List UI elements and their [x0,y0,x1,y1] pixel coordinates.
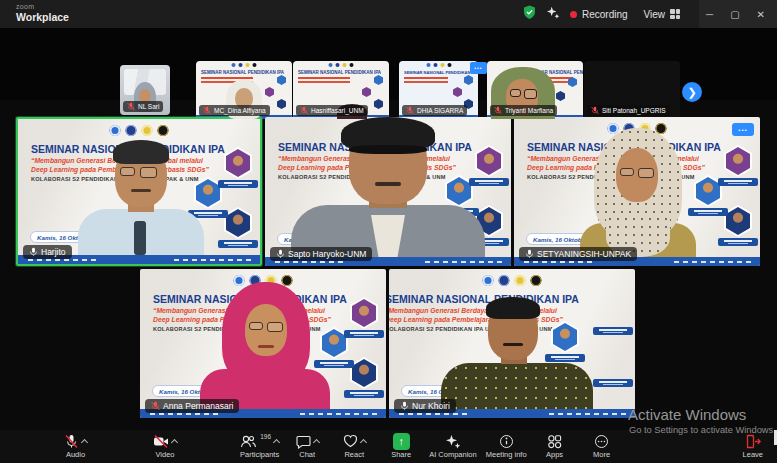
speaker-photo-hexagon [224,207,252,239]
slide-title: SEMINAR NASIONAL PENDIDIKAN IPA [31,143,225,155]
audio-options-caret[interactable] [81,439,88,446]
thumbnail-hasniffasari[interactable]: SEMINAR NASIONAL PENDIDIKAN IPA Hasniffa… [293,61,389,119]
thumbnail-nl-sari[interactable]: NL Sari [120,65,170,115]
video-tile-sapto-haryoko[interactable]: SEMINAR NASIONAL PENDIDIKAN IPA “Membang… [265,117,511,266]
tile-more-options-button[interactable]: ••• [732,123,754,136]
slide-date: Kamis, 16 Oktober 2025 [30,231,114,243]
mic-muted-icon [300,106,308,115]
title-bar: zoom Workplace Recording View [0,0,777,28]
speaker-photo-hexagon [724,205,752,237]
apps-button[interactable]: Apps [536,433,574,459]
video-button[interactable]: Video [153,433,177,459]
name-tag: Hasniffasari_UNM [296,105,368,116]
slide-collab-line: KOLABORASI S2 PENDIDIKAN IPA UPGRIS, UNP… [31,176,199,182]
logo-workplace-text: Workplace [16,12,69,23]
thumbnail-triyanti[interactable]: SEMINAR NASIONAL PENDIDIKAN IPA Triyanti… [487,61,583,119]
recording-indicator[interactable]: Recording [570,9,628,20]
speaker-photo-hexagon [551,321,579,353]
leave-button[interactable]: Leave [743,433,763,459]
speaker-photo-hexagon [724,145,752,177]
name-tag: Harjito [23,245,72,259]
maximize-button[interactable]: ▢ [730,9,739,20]
slide-collab-line: KOLABORASI S2 PENDIDIKAN IPA UPGRIS, UNP… [389,326,553,332]
institution-logos [608,123,667,134]
speaker-name-plate [314,360,354,368]
view-button[interactable]: View [638,6,687,23]
slide-collab-line: KOLABORASI S2 PENDIDIKAN IPA UPGRIS, UNP… [278,174,446,180]
more-ellipsis-icon [594,434,609,449]
speaker-name-plate [593,379,633,387]
apps-icon [547,434,562,449]
react-options-caret[interactable] [360,439,367,446]
slide-subtitle: “Membangun Generasi Berdaya Saing Global… [389,307,563,325]
activate-windows-watermark-sub: Go to Settings to activate Windows. [629,425,776,435]
more-button[interactable]: More [583,433,621,459]
meeting-info-button[interactable]: Meeting info [486,433,527,459]
thumbnail-mc-dina[interactable]: SEMINAR NASIONAL PENDIDIKAN IPA MC_Dina … [196,61,292,119]
video-tile-setyaningsih[interactable]: SEMINAR NASIONAL PENDIDIKAN IPA “Membang… [514,117,760,266]
video-options-caret[interactable] [171,439,178,446]
slide-subtitle: “Membangun Generasi Berdaya Saing Global… [278,155,456,173]
name-tag: DHIA SIGARRA [402,105,467,116]
speaker-name-plate [545,354,585,362]
slide-date: Kamis, 16 Oktober 2025 [526,233,610,245]
slide-subtitle: “Membangun Generasi Berdaya Saing Global… [527,155,705,173]
logo-zoom-text: zoom [16,3,69,10]
name-tag: Anna Permanasari [145,399,239,413]
name-tag: Triyanti Marfiana [490,105,557,116]
share-button[interactable]: ↑ Share [382,433,420,459]
recording-dot-icon [570,11,577,18]
participants-icon [240,434,256,449]
ai-companion-header-icon[interactable] [546,5,560,23]
slide-subtitle: “Membangun Generasi Berdaya Saing Global… [31,157,209,175]
logo-icon [158,125,169,136]
audio-button[interactable]: Audio [64,433,87,459]
participant-thumbnail-strip: NL Sari SEMINAR NASIONAL PENDIDIKAN IPA … [0,28,777,100]
speaker-name-plate [469,178,509,186]
institution-logos [110,125,169,136]
mic-muted-icon [127,102,135,111]
slide-title: SEMINAR NASIONAL PENDIDIKAN IPA [153,293,347,305]
slide-collab-line: KOLABORASI S2 PENDIDIKAN IPA UPGRIS, UNP… [527,174,695,180]
minimize-button[interactable]: ─ [706,9,713,20]
seminar-slide-background: SEMINAR NASIONAL PENDIDIKAN IPA “Membang… [140,269,386,418]
mic-muted-icon [203,106,211,115]
chat-button[interactable]: Chat [288,433,326,459]
name-tag: MC_Dina Alfiyana [199,105,270,116]
close-button[interactable]: ✕ [757,9,765,20]
slide-date: Kamis, 16 Oktober 2025 [152,385,236,397]
institution-logos [359,123,418,134]
ai-companion-button[interactable]: AI Companion [429,433,477,459]
slide-title: SEMINAR NASIONAL PENDIDIKAN IPA [389,293,579,305]
thumbnail-more-options-button[interactable]: ••• [470,62,487,74]
speaker-name-plate [469,238,509,246]
gallery-view-icon [670,9,680,19]
participants-options-caret[interactable] [273,439,280,446]
video-tile-nur-khoiri[interactable]: SEMINAR NASIONAL PENDIDIKAN IPA “Membang… [389,269,635,418]
share-screen-icon: ↑ [393,433,410,450]
name-tag: Siti Patonah_UPGRIS [587,105,670,116]
speaker-name-plate [439,208,479,216]
speaker-name-plate [688,208,728,216]
seminar-slide-background: SEMINAR NASIONAL PENDIDIKAN IPA “Membang… [265,117,511,266]
mic-icon [400,401,409,411]
video-tile-anna-permanasari[interactable]: SEMINAR NASIONAL PENDIDIKAN IPA “Membang… [140,269,386,418]
leave-door-icon [745,434,761,449]
mic-muted-icon [406,106,414,115]
slide-subtitle: “Membangun Generasi Berdaya Saing Global… [153,307,331,325]
thumbnail-dhia-sigarra[interactable]: SEMINAR NASIONAL PENDIDIKAN IPA DHIA SIG… [399,61,478,119]
recording-label: Recording [582,9,628,20]
mic-icon [276,249,285,259]
next-page-arrow-button[interactable]: ❯ [682,82,702,102]
participants-button[interactable]: 196 Participants [240,433,279,459]
speaker-photo-hexagon [224,147,252,179]
video-tile-harjito[interactable]: SEMINAR NASIONAL PENDIDIKAN IPA “Membang… [16,117,262,266]
activate-windows-watermark: Activate Windows [628,406,746,423]
react-button[interactable]: React [335,433,373,459]
slide-date: Kamis, 16 Oktober 2025 [277,233,361,245]
thumbnail-siti-patonah[interactable]: Siti Patonah_UPGRIS [584,61,680,119]
slide-date: Kamis, 16 Oktober 2025 [401,385,485,397]
mic-muted-icon [64,434,79,449]
chat-options-caret[interactable] [313,439,320,446]
encryption-shield-icon[interactable] [523,5,536,23]
